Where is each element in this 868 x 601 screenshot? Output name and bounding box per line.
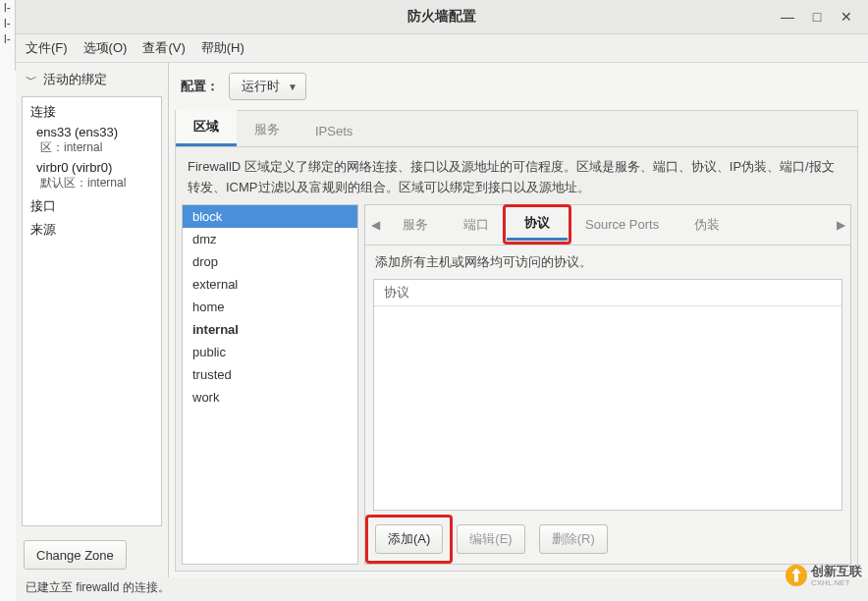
zone-item-public[interactable]: public xyxy=(183,341,357,363)
config-label: 配置： xyxy=(181,78,219,95)
window-controls: — □ ✕ xyxy=(780,0,862,33)
subtab-scroll-left[interactable]: ◀ xyxy=(365,218,385,232)
zone-item-dmz[interactable]: dmz xyxy=(183,228,357,250)
zone-item-trusted[interactable]: trusted xyxy=(183,363,357,386)
subtab-protocol[interactable]: 协议 xyxy=(507,208,568,241)
minimize-button[interactable]: — xyxy=(780,9,795,25)
section-sources: 来源 xyxy=(23,217,161,241)
zone-list[interactable]: block dmz drop external home internal pu… xyxy=(182,204,358,565)
zone-item-external[interactable]: external xyxy=(183,273,357,296)
bindings-list[interactable]: 连接 ens33 (ens33) 区：internal virbr0 (virb… xyxy=(22,96,162,526)
watermark-logo-icon xyxy=(786,565,807,586)
zone-inner: block dmz drop external home internal pu… xyxy=(176,204,857,571)
section-connections: 连接 xyxy=(23,99,161,123)
sidebar: ﹀ 活动的绑定 连接 ens33 (ens33) 区：internal virb… xyxy=(16,63,169,577)
subtab-source-ports[interactable]: Source Ports xyxy=(568,211,677,238)
maximize-button[interactable]: □ xyxy=(809,9,825,25)
tab-zone[interactable]: 区域 xyxy=(176,110,237,146)
tab-service[interactable]: 服务 xyxy=(237,113,298,146)
protocol-actions: 添加(A) 编辑(E) 删除(R) xyxy=(365,515,850,564)
subtab-scroll-right[interactable]: ▶ xyxy=(831,218,850,232)
remove-button[interactable]: 删除(R) xyxy=(539,524,608,554)
zone-item-internal[interactable]: internal xyxy=(183,318,357,341)
body: ﹀ 活动的绑定 连接 ens33 (ens33) 区：internal virb… xyxy=(16,63,868,577)
zone-item-block[interactable]: block xyxy=(183,205,357,228)
caret-down-icon: ▼ xyxy=(288,82,298,92)
menu-options[interactable]: 选项(O) xyxy=(83,39,128,57)
zone-description: FirewallD 区域定义了绑定的网络连接、接口以及源地址的可信程度。区域是服… xyxy=(176,147,857,204)
zone-detail-area: ◀ 服务 端口 协议 Source Ports 伪装 ▶ 添加所有主机或网络均可… xyxy=(364,204,851,565)
panel-tabs: 区域 服务 IPSets xyxy=(176,111,857,147)
subtab-port[interactable]: 端口 xyxy=(446,210,507,240)
zone-item-home[interactable]: home xyxy=(183,296,357,318)
firewall-config-window: 防火墙配置 — □ ✕ 文件(F) 选项(O) 查看(V) 帮助(H) ﹀ 活动… xyxy=(16,0,868,601)
watermark: 创新互联 CXHL.NET xyxy=(786,563,862,587)
zone-item-drop[interactable]: drop xyxy=(183,250,357,273)
add-button[interactable]: 添加(A) xyxy=(375,524,443,554)
menu-file[interactable]: 文件(F) xyxy=(26,39,68,57)
section-interfaces: 接口 xyxy=(23,193,161,217)
close-button[interactable]: ✕ xyxy=(839,9,854,25)
menu-help[interactable]: 帮助(H) xyxy=(201,39,244,57)
subtab-masquerade[interactable]: 伪装 xyxy=(677,210,737,240)
zone-subtabs: ◀ 服务 端口 协议 Source Ports 伪装 ▶ xyxy=(365,205,850,246)
zone-item-work[interactable]: work xyxy=(183,386,357,409)
config-panel: 区域 服务 IPSets FirewallD 区域定义了绑定的网络连接、接口以及… xyxy=(175,110,858,572)
protocol-table[interactable]: 协议 xyxy=(373,279,842,511)
config-dropdown-value: 运行时 xyxy=(242,78,280,95)
change-zone-button[interactable]: Change Zone xyxy=(24,540,127,570)
protocol-description: 添加所有主机或网络均可访问的协议。 xyxy=(365,246,850,275)
protocol-column-header: 协议 xyxy=(374,280,841,306)
main-area: 配置： 运行时 ▼ 区域 服务 IPSets FirewallD 区域定义了绑定… xyxy=(169,63,868,577)
subtab-service[interactable]: 服务 xyxy=(385,210,446,240)
config-dropdown[interactable]: 运行时 ▼ xyxy=(229,73,306,100)
edit-button[interactable]: 编辑(E) xyxy=(457,524,524,554)
menubar: 文件(F) 选项(O) 查看(V) 帮助(H) xyxy=(16,34,868,63)
sidebar-header[interactable]: ﹀ 活动的绑定 xyxy=(16,63,168,96)
titlebar: 防火墙配置 — □ ✕ xyxy=(16,0,868,34)
menu-view[interactable]: 查看(V) xyxy=(142,39,185,57)
sidebar-header-label: 活动的绑定 xyxy=(43,71,107,88)
status-bar: 已建立至 firewalld 的连接。 xyxy=(16,577,868,601)
tab-ipsets[interactable]: IPSets xyxy=(298,116,370,146)
window-title: 防火墙配置 xyxy=(407,8,476,26)
connection-item[interactable]: virbr0 (virbr0) 默认区：internal xyxy=(23,158,161,193)
chevron-down-icon: ﹀ xyxy=(26,72,37,88)
connection-item[interactable]: ens33 (ens33) 区：internal xyxy=(23,123,161,158)
left-edge-fragment: l-l-l- xyxy=(0,0,16,71)
config-row: 配置： 运行时 ▼ xyxy=(169,63,868,110)
